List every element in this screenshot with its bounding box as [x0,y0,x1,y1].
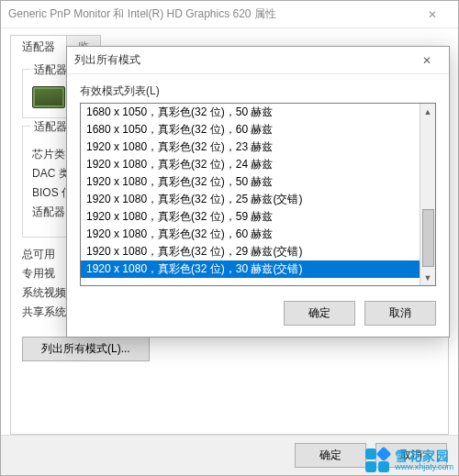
modes-listbox[interactable]: 1680 x 1050，真彩色(32 位)，50 赫兹1680 x 1050，真… [81,104,420,285]
mode-item[interactable]: 1920 x 1080，真彩色(32 位)，60 赫兹 [81,226,420,243]
mode-item[interactable]: 1680 x 1050，真彩色(32 位)，50 赫兹 [81,104,420,121]
close-icon: ✕ [422,54,431,67]
tab-adapter[interactable]: 适配器 [10,35,67,60]
watermark: 雪花家园 www.xhjaty.com [365,448,453,472]
watermark-icon [365,448,389,472]
parent-titlebar: Generic PnP Monitor 和 Intel(R) HD Graphi… [1,1,458,28]
watermark-text: 雪花家园 www.xhjaty.com [395,449,453,471]
watermark-name: 雪花家园 [395,449,453,463]
modal-title: 列出所有模式 [74,52,412,68]
parent-ok-button[interactable]: 确定 [295,443,366,468]
parent-title: Generic PnP Monitor 和 Intel(R) HD Graphi… [8,6,414,22]
mode-item[interactable]: 1920 x 1080，真彩色(32 位)，23 赫兹 [81,138,420,156]
list-all-modes-button[interactable]: 列出所有模式(L)... [22,337,150,361]
list-modes-dialog: 列出所有模式 ✕ 有效模式列表(L) 1680 x 1050，真彩色(32 位)… [66,46,450,338]
mode-item[interactable]: 1920 x 1080，真彩色(32 位)，24 赫兹 [81,156,420,173]
adapter-chip-icon [32,86,65,108]
modes-listbox-wrap: 1680 x 1050，真彩色(32 位)，50 赫兹1680 x 1050，真… [80,103,436,286]
modal-cancel-button[interactable]: 取消 [364,301,436,326]
scroll-up-button[interactable]: ▲ [420,104,435,119]
parent-close-button[interactable]: ✕ [414,1,451,28]
modal-close-button[interactable]: ✕ [412,48,442,73]
scroll-down-button[interactable]: ▼ [420,270,435,285]
modal-body: 有效模式列表(L) 1680 x 1050，真彩色(32 位)，50 赫兹168… [67,74,449,292]
modes-list-label: 有效模式列表(L) [80,83,436,99]
modal-ok-button[interactable]: 确定 [284,301,355,326]
watermark-url: www.xhjaty.com [395,463,453,471]
mode-item[interactable]: 1920 x 1080，真彩色(32 位)，59 赫兹 [81,208,420,226]
scroll-thumb[interactable] [422,209,434,266]
mode-item[interactable]: 1920 x 1080，真彩色(32 位)，50 赫兹 [81,173,420,191]
modal-titlebar: 列出所有模式 ✕ [67,47,449,74]
mode-item[interactable]: 1920 x 1080，真彩色(32 位)，25 赫兹(交错) [81,191,420,208]
mode-item[interactable]: 1680 x 1050，真彩色(32 位)，60 赫兹 [81,121,420,138]
mode-item[interactable]: 1920 x 1080，真彩色(32 位)，29 赫兹(交错) [81,243,420,260]
mode-item[interactable]: 1920 x 1080，真彩色(32 位)，30 赫兹(交错) [81,260,420,278]
modal-button-bar: 确定 取消 [67,292,449,337]
scroll-track[interactable] [420,119,435,270]
listbox-scrollbar[interactable]: ▲ ▼ [420,104,435,285]
close-icon: ✕ [428,8,437,21]
